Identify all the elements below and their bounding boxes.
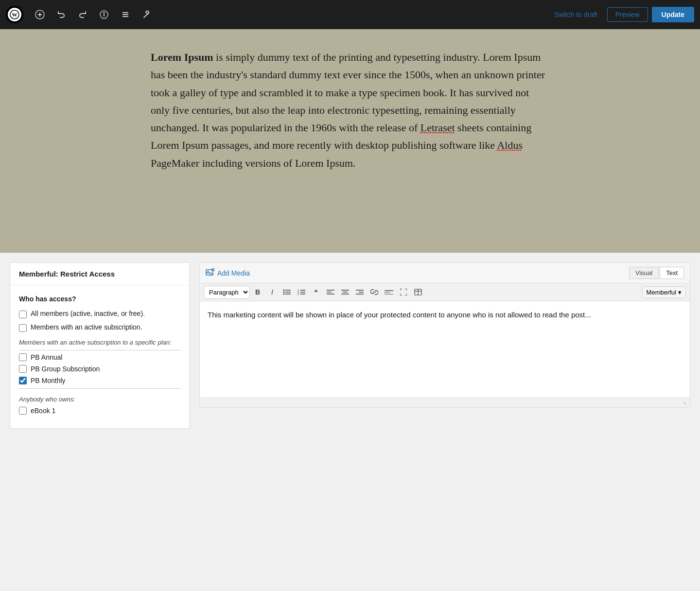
redo-button[interactable]	[74, 6, 91, 23]
memberful-dropdown-label: Memberful	[647, 289, 676, 296]
ordered-list-button[interactable]: 1.2.3.	[295, 285, 308, 299]
access-option-active-sub[interactable]: Members with an active subscription.	[19, 323, 180, 332]
svg-point-19	[283, 290, 285, 291]
add-media-label: Add Media	[217, 269, 250, 277]
access-option-all-members[interactable]: All members (active, inactive, or free).	[19, 310, 180, 318]
svg-point-20	[283, 292, 285, 293]
memberful-panel-body: Who has access? All members (active, ina…	[10, 285, 189, 428]
editor-resize-bar: ⤡	[199, 398, 690, 408]
wordpress-logo[interactable]: W	[6, 6, 23, 23]
italic-button[interactable]: I	[265, 285, 279, 299]
align-right-button[interactable]	[353, 285, 367, 299]
editor-placeholder-text: This marketing content will be shown in …	[208, 311, 591, 319]
memberful-panel-title: Memberful: Restrict Access	[10, 263, 189, 285]
plan-item-pb-annual[interactable]: PB Annual	[19, 353, 180, 361]
svg-text:W: W	[12, 12, 18, 17]
pb-group-label: PB Group Subscription	[31, 365, 100, 373]
tools-button[interactable]	[138, 6, 156, 23]
undo-button[interactable]	[52, 6, 70, 23]
pb-monthly-label: PB Monthly	[31, 377, 66, 384]
wp-icon: W	[8, 8, 21, 21]
svg-point-21	[283, 294, 285, 295]
checkbox-pb-monthly[interactable]	[19, 377, 27, 384]
post-body[interactable]: Lorem Ipsum is simply dummy text of the …	[151, 49, 549, 172]
svg-text:3.: 3.	[298, 293, 299, 296]
unordered-list-button[interactable]	[280, 285, 294, 299]
bold-button[interactable]: B	[251, 285, 264, 299]
link-button[interactable]	[368, 285, 381, 299]
text-tab[interactable]: Text	[660, 267, 684, 279]
owns-divider	[19, 388, 180, 389]
list-view-button[interactable]	[117, 6, 134, 23]
switch-to-draft-button[interactable]: Switch to draft	[548, 8, 603, 21]
visual-tab[interactable]: Visual	[629, 267, 659, 279]
plan-divider	[19, 350, 180, 350]
resize-handle: ⤡	[682, 400, 688, 406]
owns-label: Anybody who owns:	[19, 396, 180, 403]
plan-item-pb-group[interactable]: PB Group Subscription	[19, 365, 180, 373]
blockquote-button[interactable]: ❝	[309, 285, 323, 299]
add-media-button[interactable]: Add Media	[206, 268, 250, 278]
more-button[interactable]	[382, 285, 396, 299]
checkbox-ebook1[interactable]	[19, 407, 27, 415]
post-lead-bold: Lorem Ipsum	[151, 51, 213, 63]
plan-item-ebook1[interactable]: eBook 1	[19, 407, 180, 415]
add-media-icon	[206, 268, 214, 278]
access-question-label: Who has access?	[19, 295, 180, 303]
active-sub-label: Members with an active subscription.	[31, 323, 142, 331]
aldus-link: Aldus	[497, 139, 523, 151]
memberful-panel: Memberful: Restrict Access Who has acces…	[10, 262, 190, 429]
post-content-area: Lorem Ipsum is simply dummy text of the …	[0, 29, 700, 253]
plan-item-pb-monthly[interactable]: PB Monthly	[19, 377, 180, 384]
fullscreen-button[interactable]	[397, 285, 410, 299]
view-tabs: Visual Text	[629, 267, 684, 279]
checkbox-all-members[interactable]	[19, 311, 27, 318]
plan-label: Members with an active subscription to a…	[19, 339, 180, 346]
editor-area: Add Media Visual Text Paragraph Heading …	[190, 253, 700, 438]
letraset-link: Letraset	[420, 122, 455, 134]
checkbox-active-sub[interactable]	[19, 324, 27, 332]
add-media-bar: Add Media Visual Text	[199, 262, 690, 283]
top-toolbar: W Switch to draft Preview Update	[0, 0, 700, 29]
update-button[interactable]: Update	[652, 7, 694, 22]
format-select[interactable]: Paragraph Heading 1 Heading 2	[204, 286, 250, 299]
pb-annual-label: PB Annual	[31, 353, 62, 361]
table-button[interactable]	[411, 285, 425, 299]
svg-point-7	[104, 13, 105, 14]
preview-button[interactable]: Preview	[607, 7, 648, 22]
chevron-down-icon: ▾	[678, 289, 682, 296]
align-center-button[interactable]	[338, 285, 352, 299]
lower-section: Memberful: Restrict Access Who has acces…	[0, 253, 700, 438]
add-block-button[interactable]	[31, 6, 49, 23]
align-left-button[interactable]	[324, 285, 337, 299]
info-button[interactable]	[95, 6, 113, 23]
ebook1-label: eBook 1	[31, 407, 55, 415]
checkbox-pb-group[interactable]	[19, 365, 27, 373]
editor-toolbar: Paragraph Heading 1 Heading 2 B I 1.2.3.…	[199, 283, 690, 301]
checkbox-pb-annual[interactable]	[19, 353, 27, 361]
all-members-label: All members (active, inactive, or free).	[31, 310, 145, 317]
editor-content[interactable]: This marketing content will be shown in …	[199, 301, 690, 398]
memberful-dropdown[interactable]: Memberful ▾	[642, 286, 686, 298]
